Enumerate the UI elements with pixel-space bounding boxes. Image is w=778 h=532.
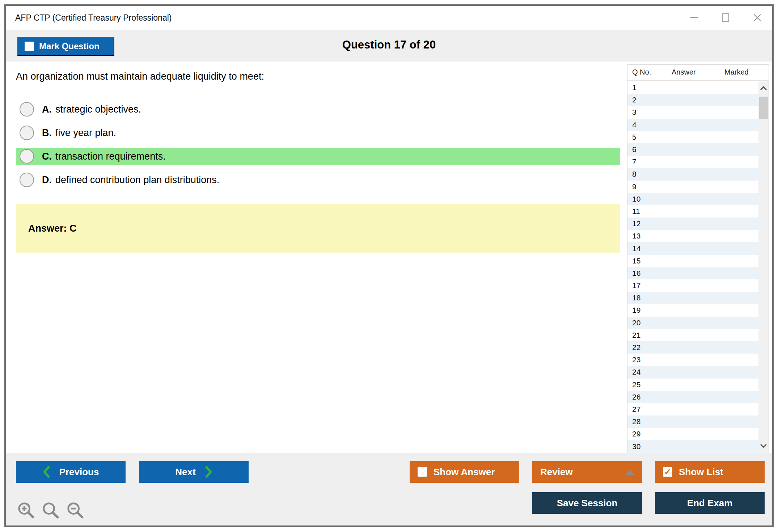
question-number: 28 bbox=[632, 417, 640, 426]
save-session-button[interactable]: Save Session bbox=[532, 492, 642, 514]
question-number: 21 bbox=[632, 331, 640, 339]
question-list-row[interactable]: 20 bbox=[627, 317, 759, 329]
show-list-button[interactable]: ✓ Show List bbox=[655, 461, 765, 483]
radio-button[interactable] bbox=[20, 173, 34, 187]
minimize-icon bbox=[690, 17, 698, 18]
show-answer-label: Show Answer bbox=[434, 466, 495, 478]
question-number: 19 bbox=[632, 306, 640, 314]
question-number: 23 bbox=[632, 355, 640, 364]
next-label: Next bbox=[175, 466, 195, 478]
zoom-in-icon[interactable] bbox=[17, 502, 35, 519]
answer-label: Answer: C bbox=[28, 223, 77, 234]
option-letter: A. bbox=[42, 104, 52, 115]
question-list-row[interactable]: 2 bbox=[627, 94, 759, 106]
review-label: Review bbox=[540, 466, 573, 478]
end-exam-button[interactable]: End Exam bbox=[655, 492, 765, 514]
chevron-right-icon bbox=[205, 466, 212, 478]
check-icon: ✓ bbox=[664, 468, 671, 476]
zoom-reset-icon[interactable] bbox=[42, 502, 59, 519]
question-number: 27 bbox=[632, 405, 640, 414]
question-list-row[interactable]: 22 bbox=[627, 341, 759, 354]
question-list-row[interactable]: 10 bbox=[627, 193, 759, 205]
question-list-row[interactable]: 7 bbox=[627, 156, 759, 168]
question-list-row[interactable]: 3 bbox=[627, 106, 759, 118]
previous-button[interactable]: Previous bbox=[16, 461, 126, 483]
header-bar: Mark Question Question 17 of 20 bbox=[6, 30, 772, 62]
option-letter: B. bbox=[42, 127, 52, 139]
radio-button[interactable] bbox=[20, 126, 34, 140]
question-list-row[interactable]: 12 bbox=[627, 218, 759, 230]
radio-button[interactable] bbox=[20, 102, 34, 117]
question-number: 2 bbox=[632, 96, 637, 104]
show-answer-checkbox[interactable] bbox=[418, 467, 427, 477]
question-list: 1234567891011121314151617181920212223242… bbox=[627, 81, 759, 453]
minimize-button[interactable] bbox=[688, 12, 699, 23]
question-list-row[interactable]: 1 bbox=[627, 81, 759, 94]
question-list-row[interactable]: 30 bbox=[627, 440, 759, 452]
option-text: defined contribution plan distributions. bbox=[55, 174, 219, 186]
question-number: 5 bbox=[632, 133, 637, 142]
option-row[interactable]: D.defined contribution plan distribution… bbox=[16, 171, 620, 189]
show-answer-button[interactable]: Show Answer bbox=[410, 461, 519, 483]
question-list-scrollbar[interactable] bbox=[758, 81, 769, 453]
question-list-row[interactable]: 16 bbox=[627, 267, 759, 279]
question-counter: Question 17 of 20 bbox=[6, 38, 772, 51]
option-row[interactable]: B.five year plan. bbox=[16, 124, 620, 142]
question-number: 6 bbox=[632, 145, 637, 154]
question-list-row[interactable]: 9 bbox=[627, 181, 759, 193]
review-button[interactable]: Review bbox=[532, 461, 642, 483]
question-list-row[interactable]: 17 bbox=[627, 279, 759, 292]
question-number: 12 bbox=[632, 219, 640, 228]
question-number: 24 bbox=[632, 368, 640, 376]
question-list-row[interactable]: 28 bbox=[627, 415, 759, 428]
question-number: 1 bbox=[632, 83, 637, 92]
question-list-row[interactable]: 11 bbox=[627, 205, 759, 218]
show-list-checkbox[interactable]: ✓ bbox=[663, 467, 672, 477]
chevron-down-icon bbox=[760, 443, 767, 448]
save-session-label: Save Session bbox=[557, 498, 618, 509]
question-number: 16 bbox=[632, 269, 640, 278]
close-button[interactable] bbox=[752, 12, 763, 23]
option-letter: C. bbox=[42, 151, 52, 162]
question-list-row[interactable]: 6 bbox=[627, 143, 759, 156]
question-list-row[interactable]: 19 bbox=[627, 304, 759, 316]
zoom-out-icon[interactable] bbox=[67, 502, 84, 519]
question-list-row[interactable]: 13 bbox=[627, 230, 759, 242]
window-controls bbox=[688, 6, 763, 30]
question-list-row[interactable]: 4 bbox=[627, 119, 759, 131]
app-window: AFP CTP (Certified Treasury Professional… bbox=[4, 4, 774, 527]
maximize-button[interactable] bbox=[720, 12, 731, 23]
option-row[interactable]: A.strategic objectives. bbox=[16, 101, 620, 118]
question-list-row[interactable]: 29 bbox=[627, 428, 759, 440]
scrollbar-thumb[interactable] bbox=[759, 97, 768, 119]
question-list-row[interactable]: 25 bbox=[627, 379, 759, 391]
question-number: 14 bbox=[632, 244, 640, 253]
show-list-label: Show List bbox=[679, 466, 723, 478]
question-list-row[interactable]: 23 bbox=[627, 354, 759, 366]
question-list-row[interactable]: 26 bbox=[627, 391, 759, 403]
question-list-row[interactable]: 27 bbox=[627, 403, 759, 415]
window-title: AFP CTP (Certified Treasury Professional… bbox=[15, 13, 172, 23]
question-list-row[interactable]: 8 bbox=[627, 168, 759, 180]
maximize-icon bbox=[722, 13, 729, 22]
question-list-header: Q No. Answer Marked bbox=[627, 65, 769, 81]
question-list-row[interactable]: 5 bbox=[627, 131, 759, 143]
question-number: 17 bbox=[632, 281, 640, 290]
next-button[interactable]: Next bbox=[139, 461, 249, 483]
scroll-down-button[interactable] bbox=[758, 440, 769, 451]
question-list-row[interactable]: 24 bbox=[627, 366, 759, 378]
option-text: five year plan. bbox=[55, 127, 116, 139]
question-number: 8 bbox=[632, 170, 637, 178]
option-row[interactable]: C.transaction requirements. bbox=[16, 148, 620, 165]
question-list-row[interactable]: 15 bbox=[627, 255, 759, 267]
scroll-up-button[interactable] bbox=[758, 83, 769, 94]
end-exam-label: End Exam bbox=[687, 498, 733, 509]
question-number: 13 bbox=[632, 232, 640, 240]
question-number: 9 bbox=[632, 182, 637, 191]
question-number: 7 bbox=[632, 157, 637, 166]
question-list-row[interactable]: 18 bbox=[627, 292, 759, 304]
question-list-row[interactable]: 14 bbox=[627, 242, 759, 254]
question-list-row[interactable]: 21 bbox=[627, 329, 759, 341]
column-marked: Marked bbox=[724, 68, 749, 76]
radio-button[interactable] bbox=[20, 149, 34, 164]
